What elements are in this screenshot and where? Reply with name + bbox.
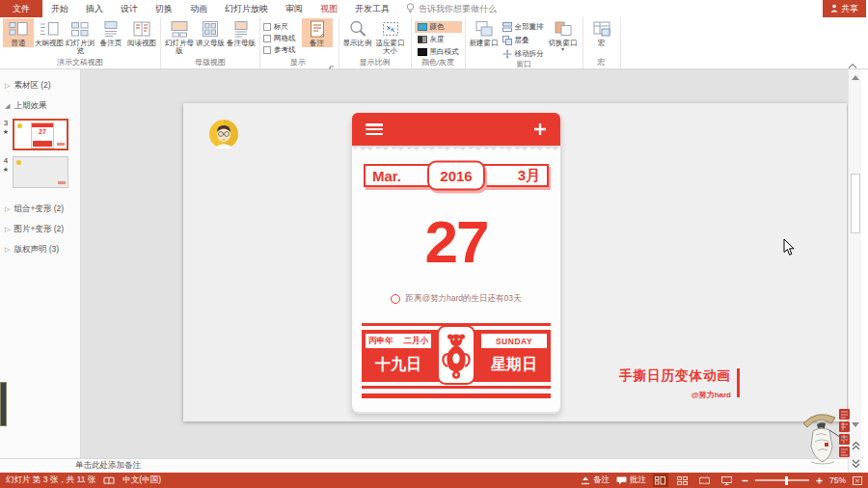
fit-slide-button[interactable]	[853, 476, 862, 485]
gridlines-checkbox[interactable]: 网格线	[263, 34, 296, 43]
tab-review[interactable]: 审阅	[277, 0, 312, 17]
lunar-month-label: 二月小	[404, 336, 429, 347]
section-collapsed-icon: ▷	[5, 246, 10, 254]
zoom-button-label: 显示比例	[342, 40, 373, 47]
collapse-ribbon-button[interactable]	[848, 57, 859, 67]
author-avatar	[209, 120, 238, 149]
normal-view-button[interactable]: 普通	[3, 18, 34, 47]
grayscale-label: 灰度	[430, 35, 445, 44]
reading-view-button[interactable]: 阅读视图	[126, 18, 157, 47]
person-icon	[830, 4, 838, 14]
language-indicator[interactable]: 中文(中国)	[122, 474, 161, 486]
comments-toggle[interactable]: 批注	[616, 474, 646, 486]
animation-star-icon: ★	[1, 128, 11, 136]
move-split-button[interactable]: 移动拆分	[500, 48, 547, 60]
lunar-day-label: 十九日	[362, 348, 435, 382]
notes-master-button[interactable]: 备注母版	[226, 18, 257, 47]
new-window-label: 新建窗口	[469, 40, 500, 47]
section-materials[interactable]: ▷素材区 (2)	[0, 75, 80, 95]
proofing-icon[interactable]	[103, 476, 115, 485]
black-white-button[interactable]: 黑白模式	[415, 46, 462, 58]
scrollbar-thumb[interactable]	[851, 174, 860, 233]
notes-pane-toggle[interactable]: 备注	[581, 474, 610, 486]
slide-thumbnail-4[interactable]	[13, 156, 68, 188]
new-window-button[interactable]: 新建窗口	[469, 18, 500, 47]
group-zoom: 显示比例 适应窗口大小 显示比例	[339, 17, 412, 68]
ruler-checkbox[interactable]: 标尺	[263, 22, 296, 32]
zoom-slider[interactable]	[755, 479, 809, 481]
lunar-year-label: 丙申年	[368, 336, 393, 347]
section-copyright[interactable]: ▷版权声明 (3)	[0, 239, 80, 259]
tab-file[interactable]: 文件	[0, 0, 42, 17]
tab-view[interactable]: 视图	[312, 0, 346, 17]
fit-to-window-button[interactable]: 适应窗口大小	[373, 18, 408, 56]
share-button[interactable]: 共享	[823, 0, 866, 17]
section-previous-effects[interactable]: ◢上期效果	[0, 95, 80, 116]
circle-icon	[391, 294, 400, 304]
thumb-calendar: 27	[31, 122, 54, 149]
calendar-header	[352, 113, 560, 146]
zoom-slider-thumb[interactable]	[785, 476, 788, 485]
notes-toggle-button[interactable]: 备注	[302, 18, 333, 47]
tell-me-box[interactable]: 告诉我你想要做什么	[398, 0, 504, 17]
slide-3-canvas[interactable]: Mar. 3月 2016 27 距离@努力hard的生日还有03天 丙申年	[183, 103, 847, 421]
zoom-out-button[interactable]	[742, 477, 748, 484]
month-cn-label: 3月	[518, 167, 540, 185]
slide-master-label: 幻灯片母版	[164, 40, 195, 56]
powerpoint-window: 文件 开始 插入 设计 切换 动画 幻灯片放映 审阅 视图 开发工具 告诉我你想…	[0, 0, 868, 488]
tab-home[interactable]: 开始	[42, 0, 77, 17]
guides-checkbox[interactable]: 参考线	[263, 45, 296, 55]
share-label: 共享	[841, 3, 858, 15]
tab-slideshow[interactable]: 幻灯片放映	[216, 0, 277, 17]
arrange-all-button[interactable]: 全部重排	[500, 21, 547, 33]
grayscale-button[interactable]: 灰度	[415, 34, 462, 45]
slide-4-number: 4★	[1, 156, 11, 188]
stripe	[362, 393, 551, 398]
tab-transitions[interactable]: 切换	[147, 0, 181, 17]
cascade-button[interactable]: 层叠	[500, 35, 547, 46]
move-split-icon	[502, 49, 512, 59]
color-mode-button[interactable]: 颜色	[415, 21, 462, 33]
editing-canvas: Mar. 3月 2016 27 距离@努力hard的生日还有03天 丙申年	[81, 69, 861, 458]
slide-caption[interactable]: 手撕日历变体动画 @努力hard	[619, 367, 740, 400]
zoom-button[interactable]: 显示比例	[342, 18, 373, 47]
gridlines-checkbox-box	[263, 35, 271, 42]
switch-windows-button[interactable]: 切换窗口 ▾	[547, 18, 580, 51]
scroll-up-button[interactable]	[850, 71, 861, 83]
tab-animations[interactable]: 动画	[181, 0, 216, 17]
status-slideshow-button[interactable]	[719, 474, 735, 487]
section-picture-morph[interactable]: ▷图片+变形 (2)	[0, 219, 80, 239]
menu-icon[interactable]	[366, 123, 383, 135]
black-white-label: 黑白模式	[430, 47, 459, 57]
status-slide-sorter-button[interactable]	[675, 474, 691, 487]
section-collapsed-icon: ▷	[5, 82, 10, 90]
zoom-in-button[interactable]	[816, 477, 823, 484]
group-color-grayscale: 颜色 灰度 黑白模式 颜色/灰度	[412, 17, 466, 68]
section-combo-morph[interactable]: ▷组合+变形 (2)	[0, 199, 80, 219]
group-window: 新建窗口 全部重排 层叠 移动拆分 切换窗口 ▾ 窗口	[466, 17, 583, 68]
tab-developer[interactable]: 开发工具	[346, 0, 398, 17]
tab-insert[interactable]: 插入	[77, 0, 112, 17]
status-normal-view-button[interactable]	[653, 474, 668, 487]
tab-design[interactable]: 设计	[112, 0, 147, 17]
guides-label: 参考线	[274, 45, 296, 55]
slide-thumbnail-panel: ▷素材区 (2) ◢上期效果 3★ 27 4★ ▷组合+变形 (2)	[0, 69, 81, 458]
plus-icon[interactable]	[533, 122, 547, 136]
slide-thumbnail-3[interactable]: 27	[13, 119, 68, 150]
zoom-percentage[interactable]: 75%	[829, 475, 846, 485]
notes-pane[interactable]: 单击此处添加备注	[0, 458, 848, 473]
macros-button[interactable]: 宏	[586, 18, 617, 47]
slide-sorter-button[interactable]: 幻灯片浏览	[65, 18, 95, 56]
notes-page-button[interactable]: 备注页	[95, 18, 126, 47]
caption-author: @努力hard	[692, 390, 731, 400]
status-reading-view-button[interactable]	[697, 474, 713, 487]
calendar-card[interactable]: Mar. 3月 2016 27 距离@努力hard的生日还有03天 丙申年	[352, 113, 560, 412]
section-collapsed-icon: ▷	[5, 205, 10, 213]
section-collapsed-icon: ▷	[5, 226, 10, 233]
outline-view-button[interactable]: 大纲视图	[34, 18, 65, 47]
section-materials-label: 素材区 (2)	[14, 80, 50, 92]
guides-checkbox-box	[263, 46, 271, 54]
slide-master-button[interactable]: 幻灯片母版	[164, 18, 195, 56]
handout-master-button[interactable]: 讲义母版	[195, 18, 226, 47]
show-dialog-launcher[interactable]	[329, 60, 337, 68]
